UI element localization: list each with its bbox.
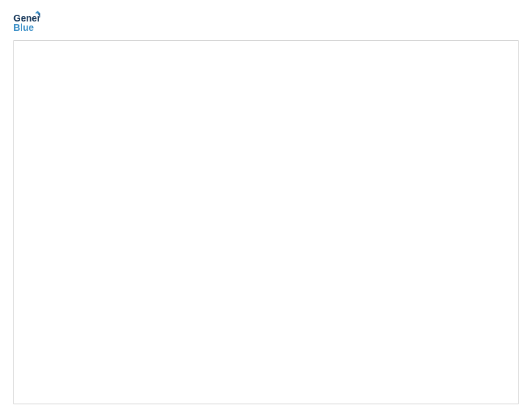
svg-text:Blue: Blue [13,22,34,33]
calendar [13,40,519,404]
header: General Blue [13,11,519,35]
logo-icon: General Blue [13,11,40,35]
page: General Blue [0,0,532,411]
svg-marker-2 [35,11,40,13]
logo: General Blue [13,11,40,35]
calendar-body [14,41,518,404]
